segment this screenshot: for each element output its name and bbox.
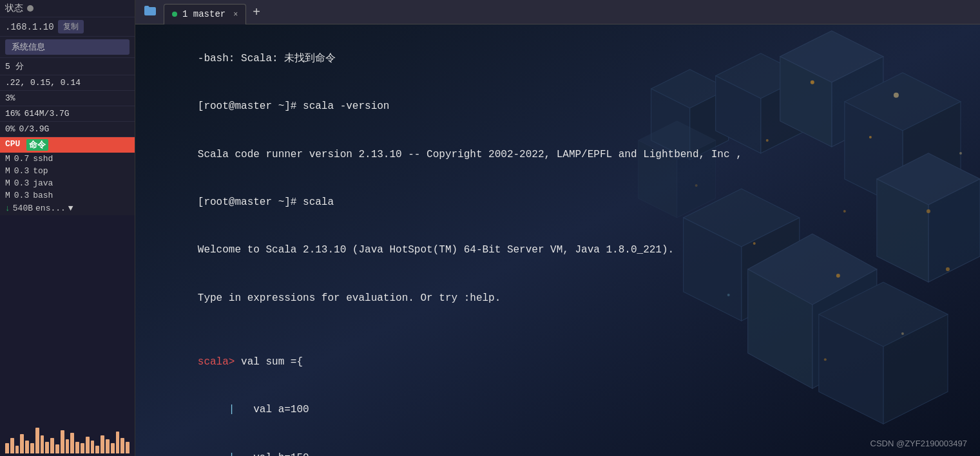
terminal-code-1: val sum ={ [241,356,303,368]
terminal-line-4: Welcome to Scala 2.13.10 (Java HotSpot(T… [148,227,967,274]
terminal-line-0: -bash: Scala: 未找到命令 [148,35,967,82]
chart-bar [20,434,24,453]
folder-icon [143,4,157,18]
network-down-icon: ↓ [5,204,10,213]
chart-bar [50,438,54,453]
terminal-code-2: val a=100 [241,404,309,415]
chart-bar [91,441,95,453]
proc-mem-3: M [5,191,10,200]
main-content: 1 master × + [135,0,980,456]
chart-bar [10,438,14,453]
terminal-text-content: -bash: Scala: 未找到命令 [root@master ~]# sca… [135,24,980,456]
ip-value: .168.1.10 [5,22,54,32]
terminal-prompt-1: [root@master ~]# scala -version [198,100,390,112]
chart-bar [70,433,74,453]
chart-bar [41,435,44,453]
chart-bar [120,438,124,453]
chart-bar [101,435,104,453]
chart-bar [116,432,120,453]
proc-cmd-0: sshd [33,154,53,164]
swap-pct-value: 0% [5,124,15,134]
mem-row: 16% 614M/3.7G [0,106,135,122]
process-row: M 0.7 sshd [0,153,135,165]
terminal-line-9: | val b=150 [148,434,967,456]
load-row: .22, 0.15, 0.14 [0,75,135,91]
process-row: M 0.3 top [0,165,135,177]
cpu-pct-value: 3% [5,93,15,103]
mem-pct-value: 16% [5,109,20,119]
new-tab-button[interactable]: + [247,5,265,19]
copy-button[interactable]: 复制 [58,20,84,33]
cmd-header-label: 命令 [26,139,48,151]
tab-label: 1 master [182,9,226,19]
terminal-area[interactable]: -bash: Scala: 未找到命令 [root@master ~]# sca… [135,24,980,456]
chart-bar [66,439,70,453]
process-row: M 0.3 bash [0,189,135,202]
proc-cpu-1: 0.3 [14,166,29,176]
terminal-code-3: val b=150 [241,452,309,456]
process-row: M 0.3 java [0,177,135,189]
folder-icon-button[interactable] [138,1,162,23]
load-value: .22, 0.15, 0.14 [5,78,81,88]
chart-bar [86,437,90,453]
tab-close-button[interactable]: × [233,10,238,19]
terminal-empty-1 [148,322,967,338]
proc-cpu-0: 0.7 [14,154,29,164]
network-row: ↓ 540B ens... ▼ [0,202,135,215]
tab-status-dot [172,12,177,17]
proc-cmd-3: bash [33,191,53,200]
pipe-2: | [198,452,241,456]
swap-val-value: 0/3.9G [19,124,50,134]
terminal-prompt-2: [root@master ~]# scala [198,196,334,208]
chart-bar [15,446,19,453]
terminal-welcome: Welcome to Scala 2.13.10 (Java HotSpot(T… [198,244,674,256]
status-row: 状态 [0,0,135,17]
status-label: 状态 [5,3,23,14]
proc-mem-1: M [5,166,10,176]
terminal-line-3: [root@master ~]# scala [148,178,967,226]
chart-bar [126,442,130,453]
chart-bar [35,428,39,453]
network-speed: 540B [13,204,33,213]
scala-prompt-1: scala> [198,356,241,368]
chart-bar [81,443,84,453]
chart-bar [25,441,29,453]
terminal-text-error: -bash: Scala: 未找到命令 [198,53,336,64]
proc-cmd-1: top [33,166,48,176]
terminal-line-7: scala> val sum ={ [148,338,967,386]
status-dot [27,5,34,12]
ip-row: .168.1.10 复制 [0,17,135,37]
chart-bar [106,439,110,453]
sysinfo-button[interactable]: 系统信息 [5,39,130,55]
chart-bar [111,443,115,453]
terminal-line-2: Scala code runner version 2.13.10 -- Cop… [148,131,967,178]
cpu-table-header: CPU 命令 [0,137,135,153]
proc-mem-2: M [5,178,10,188]
uptime-value: 5 分 [5,61,24,72]
network-expand-icon[interactable]: ▼ [68,204,73,213]
cpu-pct-row: 3% [0,91,135,106]
terminal-line-1: [root@master ~]# scala -version [148,82,967,130]
terminal-help-hint: Type in expressions for evaluation. Or t… [198,292,501,304]
terminal-version-output: Scala code runner version 2.13.10 -- Cop… [198,149,742,160]
proc-cpu-3: 0.3 [14,191,29,200]
chart-bar [55,444,59,453]
proc-mem-0: M [5,154,10,164]
terminal-line-5: Type in expressions for evaluation. Or t… [148,274,967,322]
chart-bar [95,446,99,453]
tab-bar: 1 master × + [135,0,980,24]
sidebar: 状态 .168.1.10 复制 系统信息 5 分 .22, 0.15, 0.14… [0,0,135,456]
chart-bar [5,443,9,453]
chart-bar [75,442,79,453]
chart-bar [30,443,34,453]
network-interface: ens... [35,204,66,213]
swap-row: 0% 0/3.9G [0,122,135,137]
chart-bar [45,442,49,453]
active-tab[interactable]: 1 master × [164,4,246,24]
terminal-line-8: | val a=100 [148,386,967,434]
mem-val-value: 614M/3.7G [24,109,69,119]
pipe-1: | [198,404,241,415]
network-chart [0,215,135,456]
sysinfo-row: 系统信息 [0,37,135,58]
chart-bar [61,430,64,453]
